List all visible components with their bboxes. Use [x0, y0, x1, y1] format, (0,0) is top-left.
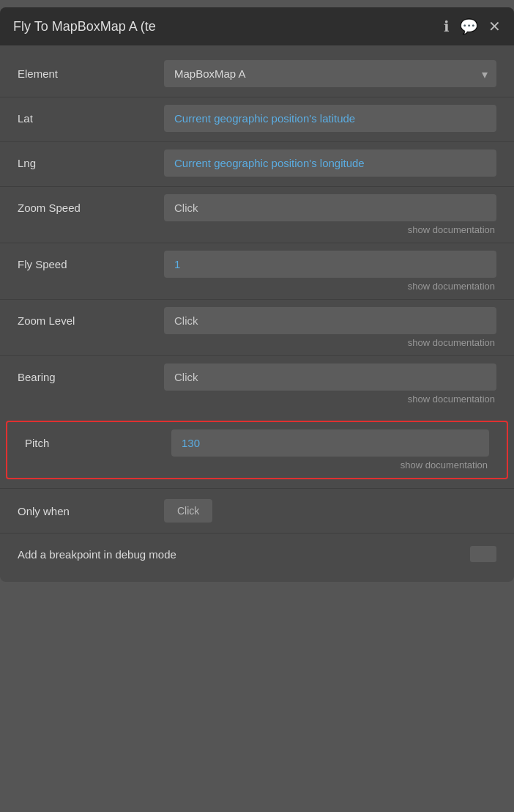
lat-value-wrap: Current geographic position's latitude: [164, 105, 496, 132]
bearing-row: Bearing Click show documentation: [0, 356, 514, 412]
zoom-level-show-doc[interactable]: show documentation: [164, 337, 496, 348]
zoom-speed-value-wrap: Click show documentation: [164, 194, 496, 235]
bearing-input[interactable]: Click: [164, 363, 496, 391]
element-label: Element: [18, 60, 164, 80]
panel-body: Element MapBoxMap A ▾ Lat Current geogra…: [0, 45, 514, 582]
only-when-label: Only when: [18, 505, 164, 517]
lng-row: Lng Current geographic position's longit…: [0, 142, 514, 186]
fly-speed-label: Fly Speed: [18, 251, 164, 270]
zoom-speed-show-doc[interactable]: show documentation: [164, 224, 496, 235]
lat-row: Lat Current geographic position's latitu…: [0, 97, 514, 141]
header-icons: ℹ 💬 ✕: [444, 18, 501, 35]
element-value-wrap: MapBoxMap A ▾: [164, 60, 496, 87]
info-icon[interactable]: ℹ: [444, 18, 450, 35]
lng-value-wrap: Current geographic position's longitude: [164, 150, 496, 177]
lat-label: Lat: [18, 105, 164, 125]
pitch-input[interactable]: 130: [171, 429, 489, 457]
element-dropdown-wrap: MapBoxMap A ▾: [164, 60, 496, 87]
lat-input[interactable]: Current geographic position's latitude: [164, 105, 496, 132]
bearing-value-wrap: Click show documentation: [164, 363, 496, 405]
only-when-button[interactable]: Click: [164, 499, 212, 523]
comment-icon[interactable]: 💬: [460, 18, 478, 35]
spacer-2: [0, 482, 514, 488]
pitch-value-wrap: 130 show documentation: [171, 429, 489, 470]
lng-input[interactable]: Current geographic position's longitude: [164, 150, 496, 177]
zoom-speed-input[interactable]: Click: [164, 194, 496, 221]
breakpoint-label: Add a breakpoint in debug mode: [18, 548, 470, 561]
element-dropdown[interactable]: MapBoxMap A: [164, 60, 496, 87]
zoom-level-value-wrap: Click show documentation: [164, 307, 496, 348]
lng-label: Lng: [18, 150, 164, 169]
spacer-1: [0, 412, 514, 418]
only-when-row: Only when Click: [0, 489, 514, 533]
zoom-level-label: Zoom Level: [18, 307, 164, 327]
close-icon[interactable]: ✕: [488, 18, 501, 35]
pitch-show-doc[interactable]: show documentation: [171, 459, 489, 470]
zoom-level-input[interactable]: Click: [164, 307, 496, 334]
bearing-label: Bearing: [18, 363, 164, 383]
pitch-label: Pitch: [25, 429, 171, 449]
bearing-show-doc[interactable]: show documentation: [164, 394, 496, 405]
zoom-speed-row: Zoom Speed Click show documentation: [0, 187, 514, 243]
fly-speed-value-wrap: 1 show documentation: [164, 251, 496, 292]
breakpoint-toggle[interactable]: [470, 546, 496, 562]
zoom-level-row: Zoom Level Click show documentation: [0, 300, 514, 355]
panel-header: Fly To MapBoxMap A (te ℹ 💬 ✕: [0, 7, 514, 45]
fly-speed-input[interactable]: 1: [164, 251, 496, 278]
zoom-speed-label: Zoom Speed: [18, 194, 164, 214]
element-row: Element MapBoxMap A ▾: [0, 53, 514, 97]
breakpoint-row: Add a breakpoint in debug mode: [0, 534, 514, 575]
panel-title: Fly To MapBoxMap A (te: [13, 19, 156, 34]
fly-speed-show-doc[interactable]: show documentation: [164, 281, 496, 292]
fly-to-panel: Fly To MapBoxMap A (te ℹ 💬 ✕ Element Map…: [0, 7, 514, 582]
pitch-row: Pitch 130 show documentation: [6, 421, 508, 479]
fly-speed-row: Fly Speed 1 show documentation: [0, 243, 514, 299]
